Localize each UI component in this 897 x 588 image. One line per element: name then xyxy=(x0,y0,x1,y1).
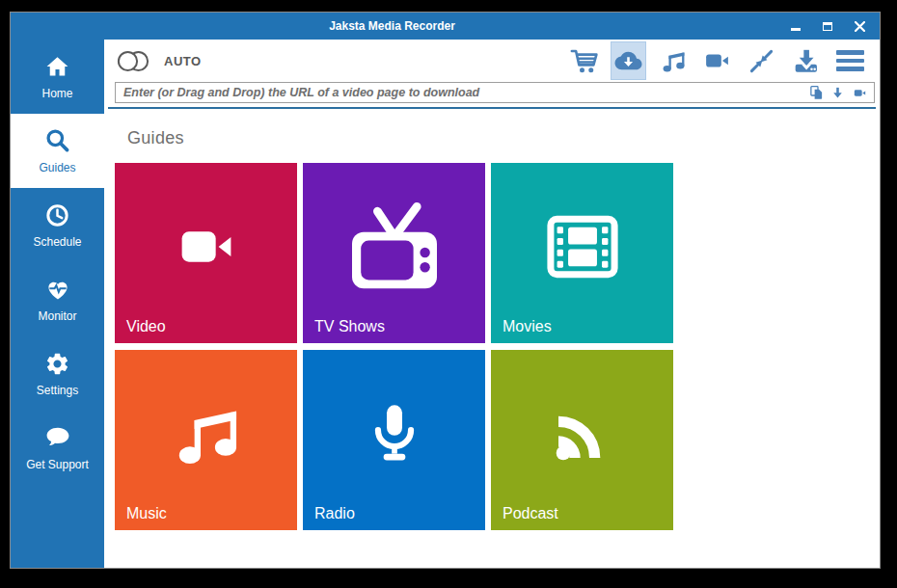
window-title: Jaksta Media Recorder xyxy=(11,13,774,40)
sidebar-item-guides[interactable]: Guides xyxy=(11,114,104,188)
video-camera-icon xyxy=(115,163,297,330)
rss-icon xyxy=(491,350,673,517)
heartbeat-icon xyxy=(44,276,71,303)
sidebar-item-label: Guides xyxy=(39,161,75,174)
sidebar-item-label: Schedule xyxy=(33,235,81,249)
video-camera-icon xyxy=(852,87,868,99)
tile-podcast[interactable]: Podcast xyxy=(491,350,673,530)
cart-button[interactable] xyxy=(566,41,602,80)
maximize-button[interactable] xyxy=(821,19,834,33)
microphone-icon xyxy=(303,350,485,517)
auto-label: AUTO xyxy=(164,54,202,68)
download-url-button[interactable] xyxy=(830,86,845,100)
toggle-off-icon xyxy=(115,49,151,73)
tile-label: Music xyxy=(126,505,167,522)
close-button[interactable] xyxy=(853,19,866,33)
titlebar: Jaksta Media Recorder xyxy=(11,13,880,40)
tile-movies[interactable]: Movies xyxy=(491,163,673,343)
sidebar-item-label: Monitor xyxy=(38,309,76,323)
sidebar-item-schedule[interactable]: Schedule xyxy=(11,188,104,262)
cloud-download-icon xyxy=(612,47,644,74)
tile-video[interactable]: Video xyxy=(115,163,297,343)
record-button[interactable] xyxy=(852,87,868,99)
video-camera-icon xyxy=(701,48,733,73)
music-button[interactable] xyxy=(655,41,691,80)
tile-label: TV Shows xyxy=(314,318,385,335)
search-icon xyxy=(44,127,71,154)
home-icon xyxy=(44,53,70,80)
tile-label: Video xyxy=(126,318,166,335)
separator-line xyxy=(108,107,876,109)
tile-label: Podcast xyxy=(503,505,558,522)
cloud-download-button[interactable] xyxy=(611,41,646,80)
tile-label: Movies xyxy=(503,318,552,335)
guides-grid: Video TV Shows Movies xyxy=(115,163,880,530)
clock-icon xyxy=(44,201,70,228)
cart-icon xyxy=(570,47,599,74)
sidebar-item-settings[interactable]: Settings xyxy=(11,336,104,411)
sidebar-item-home[interactable]: Home xyxy=(11,40,104,114)
page-title: Guides xyxy=(127,128,880,148)
close-icon xyxy=(855,21,865,32)
url-bar xyxy=(115,82,875,103)
music-note-icon xyxy=(660,48,687,73)
menu-icon xyxy=(836,50,864,71)
maximize-icon xyxy=(823,22,832,31)
video-button[interactable] xyxy=(699,41,735,80)
tile-radio[interactable]: Radio xyxy=(303,350,485,530)
tile-tv-shows[interactable]: TV Shows xyxy=(303,163,485,343)
tv-icon xyxy=(303,163,485,330)
auto-toggle[interactable] xyxy=(115,41,151,80)
minimize-icon xyxy=(791,28,801,31)
paste-icon xyxy=(809,85,824,100)
sidebar: Home Guides Schedule Monitor xyxy=(11,40,104,568)
film-strip-icon xyxy=(491,163,673,330)
tile-label: Radio xyxy=(314,505,355,522)
sidebar-item-label: Get Support xyxy=(26,458,89,471)
download-device-icon xyxy=(791,47,821,74)
sidebar-item-label: Settings xyxy=(37,384,78,397)
window-controls xyxy=(774,13,880,40)
minimize-button[interactable] xyxy=(789,19,802,33)
toolbar: AUTO xyxy=(104,40,880,82)
sidebar-item-label: Home xyxy=(41,87,72,100)
content: AUTO xyxy=(104,40,880,568)
sidebar-item-get-support[interactable]: Get Support xyxy=(11,411,104,485)
app-window: Jaksta Media Recorder Home Guides xyxy=(10,12,881,569)
compress-icon xyxy=(748,48,775,74)
speech-bubble-icon xyxy=(44,424,71,451)
menu-button[interactable] xyxy=(832,41,868,80)
compress-button[interactable] xyxy=(744,41,779,80)
tile-music[interactable]: Music xyxy=(115,350,297,530)
music-note-icon xyxy=(115,350,297,517)
down-arrow-icon xyxy=(830,86,845,100)
gear-icon xyxy=(44,350,70,377)
paste-button[interactable] xyxy=(809,85,824,100)
url-input[interactable] xyxy=(123,86,809,99)
sidebar-item-monitor[interactable]: Monitor xyxy=(11,262,104,336)
download-button[interactable] xyxy=(788,41,824,80)
